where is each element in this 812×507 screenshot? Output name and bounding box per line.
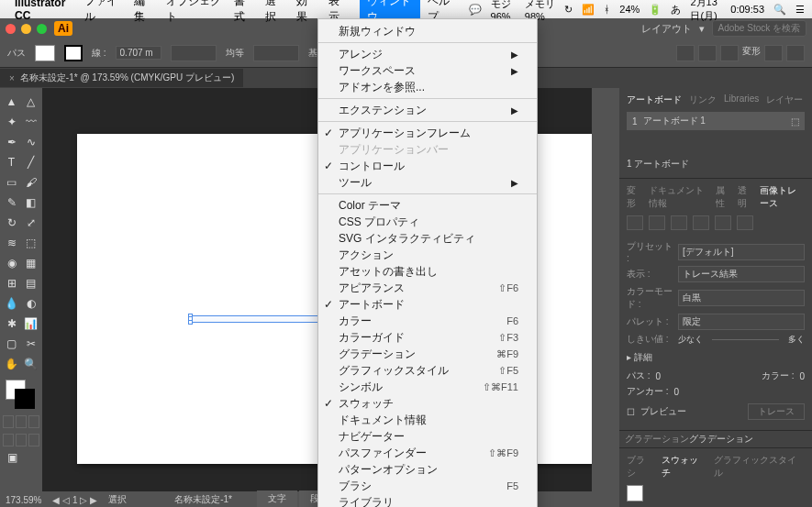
brush-tool[interactable]: 🖌 <box>21 172 40 193</box>
scale-tool[interactable]: ⤢ <box>21 213 40 233</box>
menu-item-ブラシ[interactable]: ブラシF5 <box>318 478 537 494</box>
align-button-4[interactable] <box>764 45 783 61</box>
none-mode-btn[interactable] <box>28 415 39 428</box>
menu-item-CSS プロパティ[interactable]: CSS プロパティ <box>318 214 537 230</box>
menu-item-アートボード[interactable]: ✓アートボード <box>318 296 537 313</box>
shape-builder-tool[interactable]: ◉ <box>2 253 21 273</box>
eraser-tool[interactable]: ◧ <box>21 193 40 213</box>
mesh-tool[interactable]: ⊞ <box>2 273 21 293</box>
menu-item-SVG インタラクティビティ[interactable]: SVG インタラクティビティ <box>318 230 537 247</box>
app-name[interactable]: Illustrator CC <box>15 0 73 22</box>
artboard-list-item[interactable]: 1 アートボード 1 ⬚ <box>627 112 805 130</box>
rectangle-tool[interactable]: ▭ <box>2 172 21 193</box>
handle-ml[interactable] <box>188 316 193 321</box>
tab-artboard[interactable]: アートボード <box>627 94 682 106</box>
menu-item-Color テーマ[interactable]: Color テーマ <box>318 197 537 214</box>
palette-select[interactable]: 限定 <box>678 314 805 330</box>
direct-selection-tool[interactable]: △ <box>21 92 40 112</box>
menu-item-アレンジ[interactable]: アレンジ▶ <box>318 46 537 62</box>
menu-type[interactable]: 書式 <box>234 0 252 25</box>
menu-item-ツール[interactable]: ツール▶ <box>318 174 537 191</box>
menu-item-ライブラリ[interactable]: ライブラリ <box>318 494 537 507</box>
menu-edit[interactable]: 編集 <box>134 0 152 25</box>
menu-effect[interactable]: 効果 <box>296 0 315 25</box>
align-button-2[interactable] <box>698 45 717 61</box>
menu-item-エクステンション[interactable]: エクステンション▶ <box>318 102 537 118</box>
preset-icon-4[interactable] <box>693 215 709 230</box>
magic-wand-tool[interactable]: ✦ <box>2 112 21 132</box>
preview-checkbox[interactable]: ☐ <box>627 407 635 417</box>
stock-search-input[interactable]: Adobe Stock を検索 <box>712 20 806 37</box>
screen-mode-tool[interactable]: ▣ <box>2 447 22 468</box>
preset-icon-1[interactable] <box>627 215 643 230</box>
menu-item-パスファインダー[interactable]: パスファインダー⇧⌘F9 <box>318 445 537 461</box>
minimize-window-button[interactable] <box>21 24 31 34</box>
artboard-tool[interactable]: ▢ <box>2 334 21 354</box>
type-tool[interactable]: T <box>2 152 21 172</box>
mode-select[interactable]: 白黒 <box>678 290 805 306</box>
menu-item-新規ウィンドウ[interactable]: 新規ウィンドウ <box>318 23 537 39</box>
artboard-options-icon[interactable]: ⬚ <box>791 116 799 127</box>
menu-item-アクション[interactable]: アクション <box>318 247 537 263</box>
tab-transform[interactable]: 変形 <box>627 184 641 210</box>
tab-graphic-style[interactable]: グラフィックスタイル <box>714 454 805 479</box>
shaper-tool[interactable]: ✎ <box>2 193 21 213</box>
draw-behind-btn[interactable] <box>16 434 27 446</box>
tab-libraries[interactable]: Libraries <box>724 94 759 106</box>
align-button[interactable] <box>676 45 695 61</box>
menu-item-アプリケーションフレーム[interactable]: ✓アプリケーションフレーム <box>318 125 537 141</box>
menu-item-コントロール[interactable]: ✓コントロール <box>318 158 537 174</box>
fill-stroke-control[interactable] <box>6 380 37 411</box>
detail-toggle[interactable]: ▸ 詳細 <box>627 351 805 364</box>
preset-select[interactable]: [デフォルト] <box>678 244 805 260</box>
tab-transparency[interactable]: 透明 <box>738 184 752 210</box>
fill-swatch[interactable] <box>35 45 55 61</box>
stroke-width-input[interactable] <box>116 46 161 60</box>
view-select[interactable]: トレース結果 <box>678 266 805 282</box>
zoom-level[interactable]: 173.59% <box>6 495 41 505</box>
ime-icon[interactable]: あ <box>671 3 681 17</box>
menu-item-カラー[interactable]: カラーF6 <box>318 313 537 329</box>
line-tool[interactable]: ╱ <box>21 152 40 172</box>
menu-item-グラフィックスタイル[interactable]: グラフィックスタイル⇧F5 <box>318 362 537 379</box>
layout-dropdown-icon[interactable]: ▾ <box>699 23 705 35</box>
menu-item-カラーガイド[interactable]: カラーガイド⇧F3 <box>318 329 537 346</box>
free-transform-tool[interactable]: ⬚ <box>21 233 40 253</box>
zoom-tool[interactable]: 🔍 <box>21 354 40 374</box>
collapsed-panel-strip[interactable] <box>592 88 619 491</box>
menu-item-シンボル[interactable]: シンボル⇧⌘F11 <box>318 379 537 395</box>
menu-item-ナビゲーター[interactable]: ナビゲーター <box>318 428 537 445</box>
menu-item-ドキュメント情報[interactable]: ドキュメント情報 <box>318 412 537 428</box>
blend-tool[interactable]: ◐ <box>21 293 40 314</box>
tab-link[interactable]: リンク <box>689 94 717 106</box>
close-window-button[interactable] <box>6 24 16 34</box>
selection-tool[interactable]: ▲ <box>2 92 21 112</box>
spotlight-icon[interactable]: 🔍 <box>773 4 786 16</box>
graph-tool[interactable]: 📊 <box>21 314 40 334</box>
menu-item-アセットの書き出し[interactable]: アセットの書き出し <box>318 263 537 280</box>
menu-item-グラデーション[interactable]: グラデーション⌘F9 <box>318 346 537 362</box>
menu-item-ワークスペース[interactable]: ワークスペース▶ <box>318 62 537 79</box>
draw-normal-btn[interactable] <box>3 434 14 446</box>
stroke-swatch[interactable] <box>64 45 83 61</box>
align-button-3[interactable] <box>720 45 739 61</box>
tab-character[interactable]: 文字 <box>257 490 297 507</box>
curvature-tool[interactable]: ∿ <box>21 132 40 152</box>
tab-layer[interactable]: レイヤー <box>766 94 803 106</box>
perspective-tool[interactable]: ▦ <box>21 253 40 273</box>
color-mode-btn[interactable] <box>3 415 14 428</box>
menu-item-アドオンを参照...[interactable]: アドオンを参照... <box>318 79 537 95</box>
stroke-box[interactable] <box>15 389 35 409</box>
pen-tool[interactable]: ✒ <box>2 132 21 152</box>
threshold-slider[interactable] <box>712 339 779 340</box>
stroke-profile-button[interactable] <box>171 45 217 61</box>
close-tab-icon[interactable]: × <box>9 73 15 83</box>
gradient-tool[interactable]: ▤ <box>21 273 40 293</box>
rotate-tool[interactable]: ↻ <box>2 213 21 233</box>
gradient-title[interactable]: グラデーション <box>625 434 689 444</box>
menu-item-パターンオプション[interactable]: パターンオプション <box>318 461 537 478</box>
isolate-button[interactable] <box>786 45 805 61</box>
artboard-nav[interactable]: ◀ ◁ 1 ▷ ▶ <box>52 495 97 505</box>
menu-object[interactable]: オブジェクト <box>166 0 222 25</box>
tab-attr[interactable]: 属性 <box>716 184 730 210</box>
